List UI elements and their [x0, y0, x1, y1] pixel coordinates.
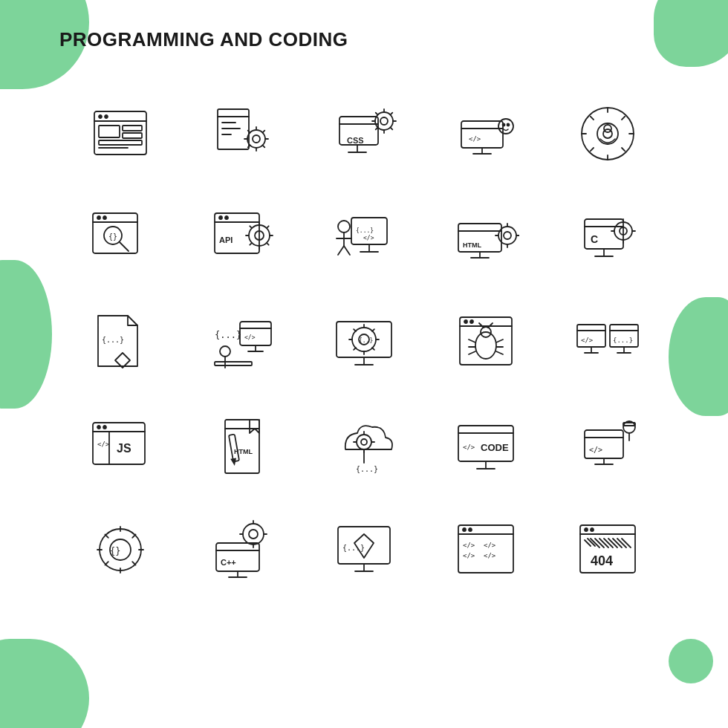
svg-line-239 [599, 539, 608, 547]
icon-dual-monitor-code[interactable]: </> {...} [547, 290, 669, 394]
icon-code-search[interactable]: {} [59, 186, 181, 290]
svg-point-15 [253, 135, 260, 143]
icon-cloud-gear[interactable]: {...} [303, 394, 425, 498]
icon-html-settings[interactable]: HTML [425, 186, 547, 290]
svg-text:</>: </> [484, 542, 496, 549]
svg-line-134 [372, 348, 374, 350]
svg-point-48 [597, 123, 618, 144]
icon-bug-browser[interactable] [425, 290, 547, 394]
icon-diamond-board[interactable]: {...} [303, 498, 425, 602]
icon-cpp-laptop[interactable]: C++ [181, 498, 303, 602]
svg-line-89 [338, 246, 344, 255]
svg-text:404: 404 [591, 553, 613, 568]
svg-point-68 [219, 216, 222, 219]
icon-developer-monitor[interactable]: </> [547, 394, 669, 498]
svg-text:</>: </> [463, 552, 475, 559]
svg-point-47 [582, 108, 634, 160]
svg-text:{...}: {...} [356, 465, 378, 473]
icon-laptop-user[interactable]: </> [425, 82, 547, 186]
icon-code-monitor[interactable]: </> CODE [425, 394, 547, 498]
svg-line-145 [488, 323, 493, 328]
svg-text:</>: </> [589, 446, 602, 454]
svg-text:CODE: CODE [481, 442, 509, 453]
svg-point-61 [97, 216, 100, 219]
svg-line-204 [105, 562, 108, 565]
svg-point-234 [591, 528, 594, 531]
svg-point-69 [225, 216, 228, 219]
icon-html-pencil[interactable]: HTML [181, 394, 303, 498]
svg-line-243 [617, 539, 626, 547]
icon-json-diamond[interactable]: {...} [59, 290, 181, 394]
svg-rect-9 [218, 109, 249, 149]
icon-monitor-gear[interactable]: {..} [303, 290, 425, 394]
svg-point-58 [604, 125, 611, 132]
icon-gear-person[interactable] [547, 82, 669, 186]
icon-code-browser[interactable]: </> </> </> </> [425, 498, 547, 602]
svg-line-80 [267, 226, 269, 228]
svg-point-3 [105, 115, 108, 118]
icon-web-layout[interactable] [59, 82, 181, 186]
svg-line-36 [391, 128, 393, 130]
svg-point-97 [504, 232, 511, 239]
svg-rect-7 [99, 140, 142, 145]
icon-c-laptop[interactable]: C [547, 186, 669, 290]
svg-text:{...}: {...} [102, 336, 124, 344]
svg-line-149 [496, 339, 503, 342]
svg-line-65 [120, 242, 129, 251]
decoration-blob-bottom-left [0, 639, 89, 728]
decoration-blob-mid-left [0, 260, 52, 409]
decoration-blob-bottom-right [669, 639, 713, 683]
svg-line-238 [595, 539, 604, 547]
svg-point-165 [103, 426, 106, 429]
icon-js-browser[interactable]: </> JS [59, 394, 181, 498]
svg-point-86 [338, 221, 350, 233]
svg-line-244 [622, 539, 631, 547]
svg-text:CSS: CSS [347, 136, 364, 145]
svg-text:{...}: {...} [215, 330, 241, 340]
icon-code-settings[interactable] [181, 82, 303, 186]
svg-text:{...}: {...} [342, 544, 365, 552]
svg-rect-188 [585, 430, 623, 458]
svg-point-213 [249, 530, 258, 539]
svg-line-57 [622, 117, 625, 120]
svg-point-212 [243, 524, 264, 545]
icon-404-browser[interactable]: 404 [547, 498, 669, 602]
svg-text:JS: JS [117, 442, 131, 455]
icon-dev-teaching[interactable]: {...} </> [181, 290, 303, 394]
svg-line-241 [608, 539, 617, 547]
svg-text:</>: </> [363, 235, 374, 241]
svg-text:</>: </> [463, 443, 475, 451]
svg-line-240 [604, 539, 613, 547]
svg-line-133 [354, 329, 356, 331]
svg-line-54 [591, 117, 594, 120]
svg-point-45 [503, 124, 505, 126]
svg-text:C: C [591, 233, 598, 245]
svg-rect-116 [240, 322, 271, 345]
icons-grid: CSS </> [59, 82, 669, 602]
svg-line-55 [622, 148, 625, 151]
svg-point-164 [97, 426, 100, 429]
svg-line-37 [376, 128, 378, 130]
svg-text:</>: </> [244, 334, 256, 341]
svg-line-135 [354, 348, 356, 350]
svg-line-242 [613, 539, 622, 547]
decoration-blob-mid-right [669, 297, 728, 416]
svg-point-46 [507, 124, 510, 126]
svg-rect-6 [123, 133, 142, 138]
svg-marker-172 [230, 458, 238, 466]
svg-point-62 [103, 216, 106, 219]
svg-text:{}: {} [110, 546, 120, 556]
svg-line-23 [263, 131, 265, 133]
icon-dev-presentation[interactable]: {...} </> [303, 186, 425, 290]
svg-point-225 [463, 528, 466, 531]
svg-line-21 [263, 146, 265, 148]
svg-line-205 [132, 535, 135, 538]
svg-marker-114 [115, 353, 130, 368]
svg-text:{...}: {...} [613, 337, 633, 344]
page-title: PROGRAMMING AND CODING [59, 28, 348, 51]
svg-text:</>: </> [463, 542, 475, 549]
icon-css-settings[interactable]: CSS [303, 82, 425, 186]
svg-text:{..}: {..} [359, 337, 373, 344]
icon-api-settings[interactable]: API [181, 186, 303, 290]
icon-gear-brackets[interactable]: {} [59, 498, 181, 602]
